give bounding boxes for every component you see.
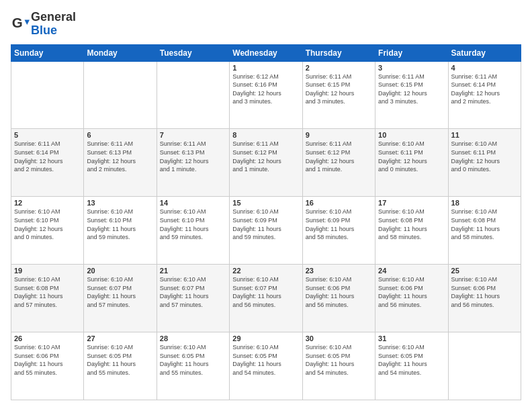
day-number: 20 <box>87 267 153 275</box>
calendar-cell: 12Sunrise: 6:10 AM Sunset: 6:10 PM Dayli… <box>11 197 84 265</box>
weekday-header-row: SundayMondayTuesdayWednesdayThursdayFrid… <box>11 44 521 61</box>
calendar-table: SundayMondayTuesdayWednesdayThursdayFrid… <box>11 44 521 400</box>
day-number: 27 <box>87 334 153 342</box>
calendar-week-row: 26Sunrise: 6:10 AM Sunset: 6:06 PM Dayli… <box>11 332 521 400</box>
day-number: 10 <box>378 131 445 139</box>
calendar-cell: 24Sunrise: 6:10 AM Sunset: 6:06 PM Dayli… <box>375 265 448 332</box>
day-number: 14 <box>160 199 226 207</box>
day-number: 8 <box>232 131 299 139</box>
day-number: 31 <box>378 334 445 342</box>
day-info: Sunrise: 6:10 AM Sunset: 6:06 PM Dayligh… <box>451 275 518 309</box>
day-info: Sunrise: 6:10 AM Sunset: 6:10 PM Dayligh… <box>14 208 81 241</box>
calendar-cell: 6Sunrise: 6:11 AM Sunset: 6:13 PM Daylig… <box>84 129 157 197</box>
calendar-cell: 28Sunrise: 6:10 AM Sunset: 6:05 PM Dayli… <box>157 332 229 400</box>
calendar-week-row: 19Sunrise: 6:10 AM Sunset: 6:08 PM Dayli… <box>11 265 521 332</box>
logo-text: General Blue <box>31 11 76 38</box>
day-number: 26 <box>14 334 81 342</box>
day-number: 15 <box>232 199 299 207</box>
day-number: 4 <box>451 64 518 72</box>
day-info: Sunrise: 6:10 AM Sunset: 6:09 PM Dayligh… <box>232 208 299 241</box>
day-number: 17 <box>378 199 445 207</box>
calendar-cell: 19Sunrise: 6:10 AM Sunset: 6:08 PM Dayli… <box>11 265 84 332</box>
day-info: Sunrise: 6:12 AM Sunset: 6:16 PM Dayligh… <box>232 73 299 106</box>
day-number: 29 <box>232 334 299 342</box>
weekday-header-monday: Monday <box>84 44 157 61</box>
day-number: 30 <box>306 334 372 342</box>
calendar-cell: 31Sunrise: 6:10 AM Sunset: 6:05 PM Dayli… <box>375 332 448 400</box>
calendar-cell: 2Sunrise: 6:11 AM Sunset: 6:15 PM Daylig… <box>302 61 375 129</box>
calendar-cell: 5Sunrise: 6:11 AM Sunset: 6:14 PM Daylig… <box>11 129 84 197</box>
day-number: 23 <box>306 267 372 275</box>
day-number: 9 <box>306 131 372 139</box>
calendar-week-row: 1Sunrise: 6:12 AM Sunset: 6:16 PM Daylig… <box>11 61 521 129</box>
day-number: 12 <box>14 199 81 207</box>
day-info: Sunrise: 6:11 AM Sunset: 6:13 PM Dayligh… <box>87 140 153 173</box>
logo: G General Blue <box>11 11 76 38</box>
day-number: 21 <box>160 267 226 275</box>
day-info: Sunrise: 6:10 AM Sunset: 6:10 PM Dayligh… <box>87 208 153 241</box>
calendar-cell <box>11 61 84 129</box>
calendar-cell: 23Sunrise: 6:10 AM Sunset: 6:06 PM Dayli… <box>302 265 375 332</box>
day-info: Sunrise: 6:11 AM Sunset: 6:15 PM Dayligh… <box>378 73 445 106</box>
day-number: 1 <box>232 64 299 72</box>
day-number: 3 <box>378 64 445 72</box>
day-number: 16 <box>306 199 372 207</box>
day-info: Sunrise: 6:11 AM Sunset: 6:14 PM Dayligh… <box>451 73 518 106</box>
calendar-week-row: 12Sunrise: 6:10 AM Sunset: 6:10 PM Dayli… <box>11 197 521 265</box>
calendar-cell: 3Sunrise: 6:11 AM Sunset: 6:15 PM Daylig… <box>375 61 448 129</box>
calendar-cell: 25Sunrise: 6:10 AM Sunset: 6:06 PM Dayli… <box>448 265 521 332</box>
calendar-cell: 4Sunrise: 6:11 AM Sunset: 6:14 PM Daylig… <box>448 61 521 129</box>
day-number: 5 <box>14 131 81 139</box>
day-number: 2 <box>306 64 372 72</box>
calendar-cell <box>157 61 229 129</box>
svg-marker-1 <box>25 19 30 24</box>
day-info: Sunrise: 6:10 AM Sunset: 6:07 PM Dayligh… <box>87 275 153 309</box>
weekday-header-saturday: Saturday <box>448 44 521 61</box>
day-info: Sunrise: 6:11 AM Sunset: 6:15 PM Dayligh… <box>306 73 372 106</box>
day-number: 18 <box>451 199 518 207</box>
day-number: 28 <box>160 334 226 342</box>
weekday-header-wednesday: Wednesday <box>230 44 302 61</box>
calendar-cell <box>448 332 521 400</box>
day-number: 19 <box>14 267 81 275</box>
logo-icon: G <box>11 15 30 34</box>
day-number: 24 <box>378 267 445 275</box>
day-number: 25 <box>451 267 518 275</box>
day-info: Sunrise: 6:10 AM Sunset: 6:08 PM Dayligh… <box>451 208 518 241</box>
day-info: Sunrise: 6:11 AM Sunset: 6:12 PM Dayligh… <box>306 140 372 173</box>
day-info: Sunrise: 6:11 AM Sunset: 6:12 PM Dayligh… <box>232 140 299 173</box>
day-info: Sunrise: 6:10 AM Sunset: 6:05 PM Dayligh… <box>160 343 226 377</box>
calendar-cell: 16Sunrise: 6:10 AM Sunset: 6:09 PM Dayli… <box>302 197 375 265</box>
calendar-cell: 14Sunrise: 6:10 AM Sunset: 6:10 PM Dayli… <box>157 197 229 265</box>
calendar-cell: 9Sunrise: 6:11 AM Sunset: 6:12 PM Daylig… <box>302 129 375 197</box>
day-info: Sunrise: 6:11 AM Sunset: 6:13 PM Dayligh… <box>160 140 226 173</box>
day-info: Sunrise: 6:10 AM Sunset: 6:11 PM Dayligh… <box>451 140 518 173</box>
calendar-cell: 8Sunrise: 6:11 AM Sunset: 6:12 PM Daylig… <box>230 129 302 197</box>
day-info: Sunrise: 6:10 AM Sunset: 6:05 PM Dayligh… <box>306 343 372 377</box>
day-info: Sunrise: 6:10 AM Sunset: 6:05 PM Dayligh… <box>378 343 445 377</box>
calendar-cell: 20Sunrise: 6:10 AM Sunset: 6:07 PM Dayli… <box>84 265 157 332</box>
day-info: Sunrise: 6:10 AM Sunset: 6:06 PM Dayligh… <box>306 275 372 309</box>
calendar-cell: 29Sunrise: 6:10 AM Sunset: 6:05 PM Dayli… <box>230 332 302 400</box>
day-info: Sunrise: 6:10 AM Sunset: 6:09 PM Dayligh… <box>306 208 372 241</box>
calendar-cell: 21Sunrise: 6:10 AM Sunset: 6:07 PM Dayli… <box>157 265 229 332</box>
day-number: 13 <box>87 199 153 207</box>
calendar-cell: 27Sunrise: 6:10 AM Sunset: 6:05 PM Dayli… <box>84 332 157 400</box>
svg-text:G: G <box>12 15 23 30</box>
day-info: Sunrise: 6:10 AM Sunset: 6:10 PM Dayligh… <box>160 208 226 241</box>
day-info: Sunrise: 6:10 AM Sunset: 6:06 PM Dayligh… <box>14 343 81 377</box>
calendar-cell: 7Sunrise: 6:11 AM Sunset: 6:13 PM Daylig… <box>157 129 229 197</box>
day-info: Sunrise: 6:10 AM Sunset: 6:05 PM Dayligh… <box>87 343 153 377</box>
day-number: 7 <box>160 131 226 139</box>
calendar-cell: 15Sunrise: 6:10 AM Sunset: 6:09 PM Dayli… <box>230 197 302 265</box>
calendar-cell: 13Sunrise: 6:10 AM Sunset: 6:10 PM Dayli… <box>84 197 157 265</box>
calendar-cell: 30Sunrise: 6:10 AM Sunset: 6:05 PM Dayli… <box>302 332 375 400</box>
calendar-cell: 18Sunrise: 6:10 AM Sunset: 6:08 PM Dayli… <box>448 197 521 265</box>
day-number: 6 <box>87 131 153 139</box>
day-number: 22 <box>232 267 299 275</box>
weekday-header-thursday: Thursday <box>302 44 375 61</box>
calendar-cell: 22Sunrise: 6:10 AM Sunset: 6:07 PM Dayli… <box>230 265 302 332</box>
calendar-cell: 10Sunrise: 6:10 AM Sunset: 6:11 PM Dayli… <box>375 129 448 197</box>
day-info: Sunrise: 6:10 AM Sunset: 6:05 PM Dayligh… <box>232 343 299 377</box>
calendar-cell: 17Sunrise: 6:10 AM Sunset: 6:08 PM Dayli… <box>375 197 448 265</box>
